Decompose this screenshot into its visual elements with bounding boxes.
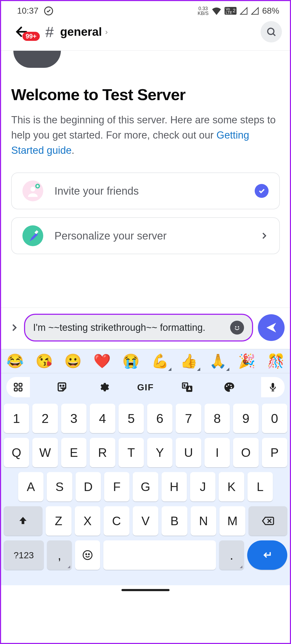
key-f[interactable]: F	[104, 472, 129, 501]
key-g[interactable]: G	[133, 472, 158, 501]
kb-row-4: Z X C V B N M	[4, 506, 287, 536]
checkmark-icon	[255, 184, 269, 198]
key-x[interactable]: X	[75, 506, 101, 536]
invite-friends-card[interactable]: Invite your friends	[11, 172, 280, 209]
key-o[interactable]: O	[233, 438, 258, 467]
translate-icon[interactable]	[178, 378, 197, 397]
key-backspace[interactable]	[249, 506, 287, 536]
sticker-icon[interactable]	[52, 378, 72, 397]
gif-button[interactable]: GIF	[136, 378, 155, 397]
key-m[interactable]: M	[219, 506, 245, 536]
apps-icon[interactable]	[6, 377, 30, 397]
server-avatar	[12, 51, 62, 69]
emoji-heart[interactable]: ❤️	[91, 352, 113, 370]
key-s[interactable]: S	[47, 472, 72, 501]
key-l[interactable]: L	[247, 472, 273, 501]
emoji-confetti[interactable]: 🎊	[265, 352, 287, 370]
key-7[interactable]: 7	[176, 404, 201, 433]
channel-name[interactable]: general	[60, 25, 102, 38]
key-comma[interactable]: ,	[47, 540, 72, 570]
invite-icon	[22, 180, 43, 201]
key-z[interactable]: Z	[46, 506, 72, 536]
hash-icon: #	[45, 23, 54, 41]
key-p[interactable]: P	[262, 438, 287, 467]
key-period[interactable]: .	[219, 540, 244, 570]
volte-badge: VoLTE2	[225, 7, 237, 15]
svg-point-21	[86, 554, 87, 555]
signal-icon-2	[251, 7, 259, 15]
emoji-sob[interactable]: 😭	[120, 352, 142, 370]
svg-point-11	[60, 385, 61, 386]
kb-row-5: ?123 , .	[4, 540, 287, 570]
key-1[interactable]: 1	[4, 404, 29, 433]
key-j[interactable]: J	[190, 472, 215, 501]
key-9[interactable]: 9	[233, 404, 258, 433]
emoji-party[interactable]: 🎉	[236, 352, 258, 370]
key-emoji[interactable]	[75, 540, 100, 570]
key-h[interactable]: H	[162, 472, 187, 501]
svg-point-22	[89, 554, 89, 555]
key-t[interactable]: T	[119, 438, 144, 467]
key-q[interactable]: Q	[4, 438, 29, 467]
settings-icon[interactable]	[94, 378, 113, 397]
data-rate: 0.33KB/S	[198, 6, 209, 16]
key-v[interactable]: V	[133, 506, 159, 536]
key-k[interactable]: K	[219, 472, 244, 501]
key-c[interactable]: C	[104, 506, 129, 536]
key-0[interactable]: 0	[262, 404, 287, 433]
emoji-picker-button[interactable]	[230, 321, 244, 335]
welcome-title: Welcome to Test Server	[11, 85, 280, 104]
message-text: I'm ~~testing strikethrough~~ formatting…	[33, 321, 230, 334]
key-d[interactable]: D	[76, 472, 101, 501]
status-check-icon	[44, 6, 53, 16]
key-e[interactable]: E	[61, 438, 86, 467]
key-shift[interactable]	[4, 506, 42, 536]
emoji-grin[interactable]: 😀	[62, 352, 84, 370]
key-a[interactable]: A	[18, 472, 44, 501]
expand-icon[interactable]	[9, 323, 19, 333]
key-enter[interactable]	[247, 540, 287, 570]
key-space[interactable]	[103, 540, 216, 570]
key-r[interactable]: R	[90, 438, 115, 467]
palette-icon[interactable]	[219, 378, 239, 397]
kb-row-1: 1 2 3 4 5 6 7 8 9 0	[4, 404, 287, 433]
emoji-thumbsup[interactable]: 👍	[178, 352, 200, 370]
key-n[interactable]: N	[191, 506, 217, 536]
emoji-joy[interactable]: 😂	[4, 352, 26, 370]
personalize-server-card[interactable]: Personalize your server	[11, 217, 280, 254]
battery-percent: 68%	[262, 6, 279, 16]
key-i[interactable]: I	[205, 438, 230, 467]
message-input[interactable]: I'm ~~testing strikethrough~~ formatting…	[24, 314, 253, 341]
key-4[interactable]: 4	[90, 404, 115, 433]
key-2[interactable]: 2	[32, 404, 58, 433]
svg-rect-8	[19, 383, 22, 386]
key-3[interactable]: 3	[61, 404, 86, 433]
emoji-kiss[interactable]: 😘	[33, 352, 55, 370]
chevron-right-icon	[259, 231, 269, 240]
smile-icon	[233, 323, 242, 332]
wifi-icon	[212, 7, 221, 15]
key-w[interactable]: W	[32, 438, 58, 467]
key-5[interactable]: 5	[119, 404, 144, 433]
send-button[interactable]	[258, 314, 285, 341]
emoji-muscle[interactable]: 💪	[149, 352, 171, 370]
unread-badge: 99+	[22, 32, 40, 41]
key-6[interactable]: 6	[147, 404, 172, 433]
signal-icon	[240, 7, 248, 15]
channel-header: 99+ # general ›	[1, 18, 290, 50]
svg-rect-7	[14, 383, 17, 386]
emoji-pray[interactable]: 🙏	[207, 352, 229, 370]
nav-pill[interactable]	[121, 589, 170, 591]
key-8[interactable]: 8	[205, 404, 230, 433]
key-u[interactable]: U	[176, 438, 201, 467]
key-symbols[interactable]: ?123	[4, 540, 44, 570]
key-b[interactable]: B	[162, 506, 187, 536]
brush-icon	[22, 225, 43, 246]
search-button[interactable]	[261, 21, 282, 42]
kb-row-3: A S D F G H J K L	[4, 472, 287, 501]
key-y[interactable]: Y	[147, 438, 172, 467]
mic-icon[interactable]	[261, 377, 285, 397]
shift-icon	[18, 516, 28, 526]
kb-row-2: Q W E R T Y U I O P	[4, 438, 287, 467]
svg-point-15	[226, 386, 227, 387]
